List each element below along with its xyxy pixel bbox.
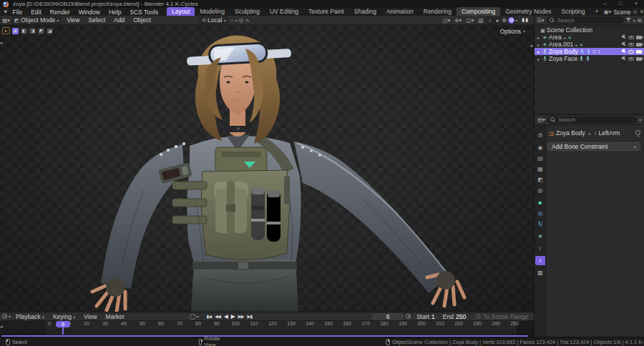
viewport-menu-select[interactable]: Select xyxy=(84,16,109,24)
tab-texture-icon[interactable]: ▩ xyxy=(535,268,545,277)
xray-toggle-icon[interactable]: ▨ xyxy=(476,17,485,24)
hide-eye-icon[interactable] xyxy=(628,50,634,54)
use-preview-range-icon[interactable] xyxy=(406,314,411,319)
outliner-row-zoya-body[interactable]: ▸ Zoya Body ▽ 2 xyxy=(535,48,644,55)
scene-pin-icon[interactable]: ⊙ xyxy=(633,9,638,15)
scene-browse-icon[interactable]: ▣▾ xyxy=(604,9,612,15)
viewport-menu-add[interactable]: Add xyxy=(110,16,128,24)
viewport-menu-object[interactable]: Object xyxy=(130,16,155,24)
tab-scene-icon[interactable]: ◩ xyxy=(535,175,545,184)
filter-funnel-icon[interactable] xyxy=(626,18,631,22)
selectable-icon[interactable] xyxy=(621,41,627,47)
menu-playback[interactable]: Playback ▾ xyxy=(12,313,48,320)
timeline-expand-arrow[interactable]: ▸ xyxy=(1,324,4,330)
hide-eye-icon[interactable] xyxy=(628,43,634,46)
frame-end-field[interactable]: End250 xyxy=(439,313,469,320)
menu-file[interactable]: File xyxy=(8,9,26,16)
scene-new-icon[interactable]: ✕ xyxy=(640,9,644,15)
breadcrumb-object[interactable]: Zoya Body xyxy=(556,129,585,137)
selectable-icon[interactable] xyxy=(621,34,627,40)
timeline-track[interactable] xyxy=(0,329,534,335)
snap-dropdown[interactable]: ▾ xyxy=(235,18,238,23)
tab-tool-icon[interactable]: ⚙ xyxy=(535,131,545,140)
pause-preview-button[interactable]: ▮▮ xyxy=(519,17,532,23)
properties-options-dropdown[interactable]: ▾ xyxy=(639,117,641,122)
overlays-icon[interactable]: ◫▾ xyxy=(464,17,476,24)
jump-to-end-button[interactable]: ▶▮ xyxy=(246,314,254,320)
tab-view-layer-icon[interactable]: ▦ xyxy=(535,164,545,174)
gizmos-icon[interactable]: ⊕▾ xyxy=(452,17,464,24)
render-visibility-icon[interactable] xyxy=(636,36,642,39)
filter-dropdown[interactable]: ▾ xyxy=(633,18,635,23)
proportional-editing-icon[interactable]: ◎ xyxy=(239,17,244,24)
play-reverse-button[interactable]: ◀ xyxy=(223,313,229,320)
menu-keying[interactable]: Keying ▾ xyxy=(49,313,79,320)
outliner-display-mode-icon[interactable]: ☰▾ xyxy=(537,17,545,24)
viewport-menu-view[interactable]: View xyxy=(63,16,83,24)
shading-solid-icon[interactable]: ● xyxy=(494,17,500,24)
expand-icon[interactable]: ▸ xyxy=(536,56,541,61)
timeline-editor-dropdown[interactable]: ▾ xyxy=(9,314,11,319)
current-frame-field[interactable]: 6 xyxy=(372,313,404,320)
menu-window[interactable]: Window xyxy=(74,9,104,16)
expand-icon[interactable]: ▸ xyxy=(536,35,541,40)
shading-dropdown[interactable]: ▾ xyxy=(515,18,517,23)
render-visibility-icon[interactable] xyxy=(636,43,642,46)
properties-search[interactable] xyxy=(547,117,637,124)
editor-type-icon[interactable]: ▦▾ xyxy=(2,17,10,24)
jump-to-start-button[interactable]: ▮◀ xyxy=(205,314,213,320)
menu-edit[interactable]: Edit xyxy=(26,9,46,16)
playhead-frame-badge[interactable]: 6 xyxy=(56,321,70,327)
selectable-icon[interactable] xyxy=(621,49,627,54)
outliner-row-area-001[interactable]: ▸ ☀ Area.001 ◒ ☀ xyxy=(535,41,644,48)
tab-object-data-icon[interactable]: ∗ xyxy=(535,232,545,241)
menu-render[interactable]: Render xyxy=(46,9,74,16)
outliner-row-zoya-face[interactable]: ▸ Zoya Face xyxy=(535,55,644,62)
keying-set-dropdown[interactable]: ▾ xyxy=(196,314,198,319)
outliner-row-area[interactable]: ▸ ☀ Area ◒ ☀ xyxy=(535,34,644,41)
hide-eye-icon[interactable] xyxy=(628,57,634,61)
outliner-row-scene-collection[interactable]: ▣ Scene Collection xyxy=(535,26,644,34)
active-tool-icon[interactable]: ▸ xyxy=(2,27,10,34)
tab-world-icon[interactable]: ◍ xyxy=(535,186,545,195)
transform-orientation-dropdown[interactable]: ⟲ Local▾ xyxy=(199,16,229,24)
select-mode-invert[interactable]: ◩ xyxy=(38,28,44,34)
expand-icon[interactable]: ▸ xyxy=(536,49,541,54)
tab-physics-icon[interactable]: ↻ xyxy=(535,219,545,229)
frame-start-field[interactable]: Start1 xyxy=(413,313,439,320)
hide-eye-icon[interactable] xyxy=(628,36,634,39)
timeline-menu-view[interactable]: View xyxy=(80,313,100,320)
auto-keying-icon[interactable]: ◯ xyxy=(190,313,195,320)
previous-keyframe-button[interactable]: ◀◀ xyxy=(213,314,222,320)
tab-object-icon[interactable]: ■ xyxy=(535,198,545,207)
properties-editor-icon[interactable]: ▤▾ xyxy=(537,117,545,123)
toolbar-expand-arrow[interactable]: ▸ xyxy=(1,40,4,46)
select-mode-subtract[interactable]: ◨ xyxy=(29,28,36,34)
tab-modifiers-icon[interactable]: ◎ xyxy=(535,209,545,218)
play-button[interactable]: ▶ xyxy=(230,313,236,320)
selectable-icon[interactable] xyxy=(621,56,627,61)
tab-bone-constraint-icon[interactable]: ≀ xyxy=(535,256,545,265)
timeline-editor-icon[interactable] xyxy=(2,314,7,319)
mode-dropdown[interactable]: ◩ Object Mode▾ xyxy=(11,16,62,24)
tab-render-icon[interactable]: ◉ xyxy=(535,143,545,152)
tab-output-icon[interactable]: ▤ xyxy=(535,154,545,163)
proportional-falloff-icon[interactable]: ∿ xyxy=(245,17,249,24)
viewport-3d[interactable]: ▦▾ ◩ Object Mode▾ View Select Add Object… xyxy=(0,16,534,312)
next-keyframe-button[interactable]: ▶▶ xyxy=(237,314,245,320)
options-dropdown[interactable]: Options▾ xyxy=(496,27,530,35)
close-button[interactable]: × xyxy=(628,0,644,8)
menu-scs-tools[interactable]: SCS Tools xyxy=(125,9,162,16)
select-mode-set[interactable]: ■ xyxy=(12,28,19,34)
scene-name[interactable]: Scene xyxy=(613,9,630,16)
to-scene-range-button[interactable]: To Scene Range xyxy=(472,313,532,320)
blender-menu-icon[interactable]: ▼ xyxy=(3,9,8,15)
render-visibility-icon[interactable] xyxy=(636,50,642,54)
outliner-search-input[interactable] xyxy=(556,16,621,24)
show-object-types-icon[interactable]: ◳▾ xyxy=(440,17,452,24)
select-mode-extend[interactable]: ◧ xyxy=(21,28,27,34)
select-mode-intersect[interactable]: ◪ xyxy=(47,28,53,34)
menu-help[interactable]: Help xyxy=(104,9,125,16)
add-bone-constraint-button[interactable]: Add Bone Constraint ▾ xyxy=(547,142,640,151)
expand-icon[interactable]: ▸ xyxy=(536,42,541,47)
